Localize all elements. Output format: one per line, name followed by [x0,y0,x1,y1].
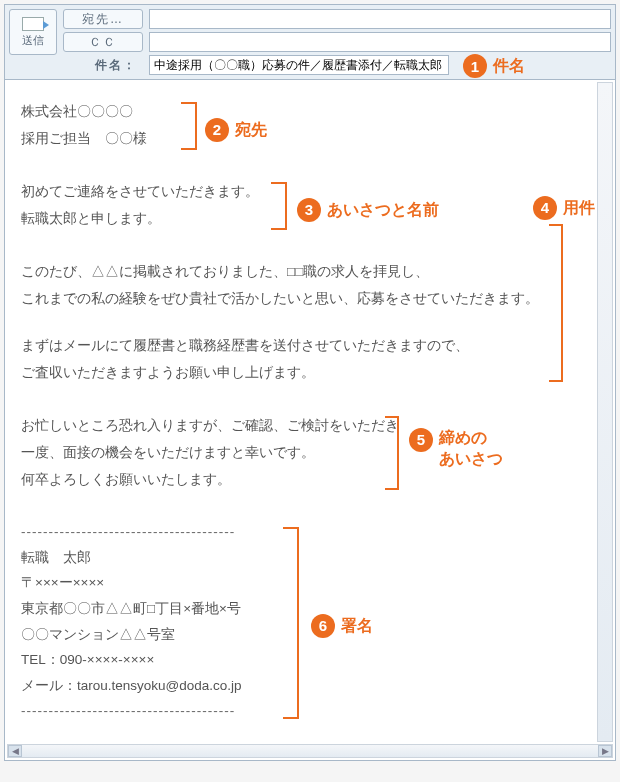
subject-label: 件名： [63,55,143,75]
greeting-line: 初めてご連絡をさせていただきます。 [21,178,599,205]
cc-input[interactable] [149,32,611,52]
purpose-block-1: このたび、△△に掲載されておりました、□□職の求人を拝見し、 これまでの私の経験… [21,258,599,312]
annotation-number-icon: 1 [463,54,487,78]
signature-address: 東京都〇〇市△△町□丁目×番地×号 [21,596,599,622]
horizontal-scrollbar[interactable]: ◀ ▶ [7,744,613,758]
greeting-block: 初めてご連絡をさせていただきます。 転職太郎と申します。 3 あいさつと名前 [21,178,599,232]
purpose-line: このたび、△△に掲載されておりました、□□職の求人を拝見し、 [21,258,599,285]
annotation-1: 1 件名 [463,54,525,78]
annotation-label: 件名 [493,56,525,77]
cc-button[interactable]: ＣＣ [63,32,143,52]
mail-body[interactable]: 株式会社〇〇〇〇 採用ご担当 〇〇様 2 宛先 初めてご連絡をさせていただきます… [5,80,615,760]
purpose-line: ご査収いただきますようお願い申し上げます。 [21,359,599,386]
signature-divider: --------------------------------------- [21,698,599,724]
purpose-block-2: まずはメールにて履歴書と職務経歴書を送付させていただきますので、 ご査収いただき… [21,332,599,386]
greeting-line: 転職太郎と申します。 [21,205,599,232]
signature-tel: TEL：090-××××-×××× [21,647,599,673]
compose-header: 送信 宛先… ＣＣ 件名： 1 件名 [5,5,615,80]
header-fields: 宛先… ＣＣ 件名： 1 件名 [63,9,611,75]
closing-line: お忙しいところ恐れ入りますが、ご確認、ご検討をいただき [21,412,599,439]
closing-line: 何卒よろしくお願いいたします。 [21,466,599,493]
to-button[interactable]: 宛先… [63,9,143,29]
cc-row: ＣＣ [63,32,611,52]
signature-name: 転職 太郎 [21,545,599,571]
signature-mail: メール：tarou.tensyoku@doda.co.jp [21,673,599,699]
signature-block: --------------------------------------- … [21,519,599,724]
addressee-person: 採用ご担当 〇〇様 [21,125,599,152]
addressee-company: 株式会社〇〇〇〇 [21,98,599,125]
scroll-down-button[interactable]: ▼ [600,727,612,741]
send-label: 送信 [22,33,44,48]
to-input[interactable] [149,9,611,29]
scroll-up-button[interactable]: ▲ [600,83,612,97]
signature-divider: --------------------------------------- [21,519,599,545]
scroll-right-button[interactable]: ▶ [598,745,612,757]
signature-zip: 〒×××ー×××× [21,570,599,596]
to-row: 宛先… [63,9,611,29]
scroll-left-button[interactable]: ◀ [8,745,22,757]
closing-line: 一度、面接の機会をいただけますと幸いです。 [21,439,599,466]
mail-compose-window: 送信 宛先… ＣＣ 件名： 1 件名 株式会社〇〇〇〇 採 [4,4,616,761]
send-icon [22,17,44,31]
addressee-block: 株式会社〇〇〇〇 採用ご担当 〇〇様 2 宛先 [21,98,599,152]
purpose-line: これまでの私の経験をぜひ貴社で活かしたいと思い、応募をさせていただきます。 [21,285,599,312]
subject-row: 件名： 1 件名 [63,55,611,75]
closing-block: お忙しいところ恐れ入りますが、ご確認、ご検討をいただき 一度、面接の機会をいただ… [21,412,599,493]
subject-input[interactable] [149,55,449,75]
purpose-line: まずはメールにて履歴書と職務経歴書を送付させていただきますので、 [21,332,599,359]
signature-address: 〇〇マンション△△号室 [21,622,599,648]
send-button[interactable]: 送信 [9,9,57,55]
